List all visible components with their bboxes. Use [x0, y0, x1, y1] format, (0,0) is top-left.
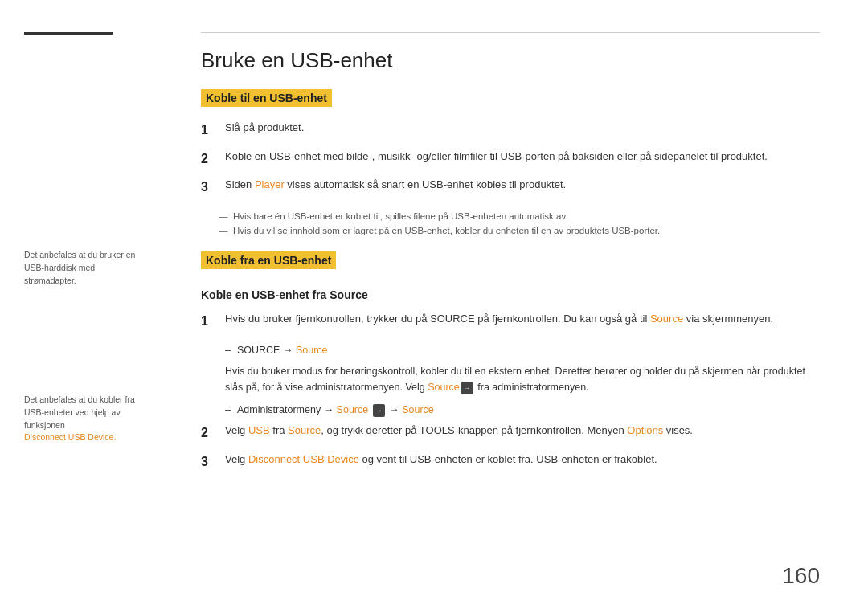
- list-item: 1 Hvis du bruker fjernkontrollen, trykke…: [201, 311, 820, 332]
- top-divider: [201, 32, 820, 33]
- sidebar-note2: Det anbefales at du kobler fra USB-enhet…: [24, 394, 145, 444]
- inline-icon: →: [461, 382, 473, 394]
- list-item: 3 Siden Player vises automatisk så snart…: [201, 177, 820, 198]
- main-content: Bruke en USB-enhet Koble til en USB-enhe…: [169, 0, 868, 613]
- page-number: 160: [782, 563, 820, 589]
- continuation-text: Hvis du bruker modus for berøringskontro…: [225, 363, 820, 395]
- note-line: Hvis du vil se innhold som er lagret på …: [225, 223, 820, 238]
- note-line: Hvis bare én USB-enhet er koblet til, sp…: [225, 209, 820, 223]
- section2-list2: 2 Velg USB fra Source, og trykk deretter…: [201, 423, 820, 472]
- sidebar-top-bar: [24, 32, 113, 35]
- list-item: 2 Koble en USB-enhet med bilde-, musikk-…: [201, 149, 820, 170]
- list-item: 2 Velg USB fra Source, og trykk deretter…: [201, 423, 820, 443]
- arrow-item2: Administratormeny → Source → → Source: [225, 402, 820, 418]
- section2-heading: Koble fra en USB-enhet: [201, 251, 336, 269]
- subsection-title: Koble en USB-enhet fra Source: [201, 288, 820, 301]
- list-item: 1 Slå på produktet.: [201, 120, 820, 141]
- section1-list: 1 Slå på produktet. 2 Koble en USB-enhet…: [201, 120, 820, 198]
- section1-heading: Koble til en USB-enhet: [201, 89, 332, 107]
- arrow-item1: SOURCE → Source: [225, 342, 820, 358]
- list-item: 3 Velg Disconnect USB Device og vent til…: [201, 452, 820, 472]
- section2-list: 1 Hvis du bruker fjernkontrollen, trykke…: [201, 311, 820, 332]
- inline-icon2: →: [373, 404, 385, 417]
- page-title: Bruke en USB-enhet: [201, 48, 820, 73]
- sidebar: Det anbefales at du bruker en USB-harddi…: [0, 0, 169, 613]
- disconnect-usb-link[interactable]: Disconnect USB Device.: [24, 432, 116, 442]
- section2: Koble fra en USB-enhet Koble en USB-enhe…: [201, 251, 820, 472]
- sidebar-note1: Det anbefales at du bruker en USB-harddi…: [24, 249, 145, 287]
- notes-block1: Hvis bare én USB-enhet er koblet til, sp…: [225, 209, 820, 239]
